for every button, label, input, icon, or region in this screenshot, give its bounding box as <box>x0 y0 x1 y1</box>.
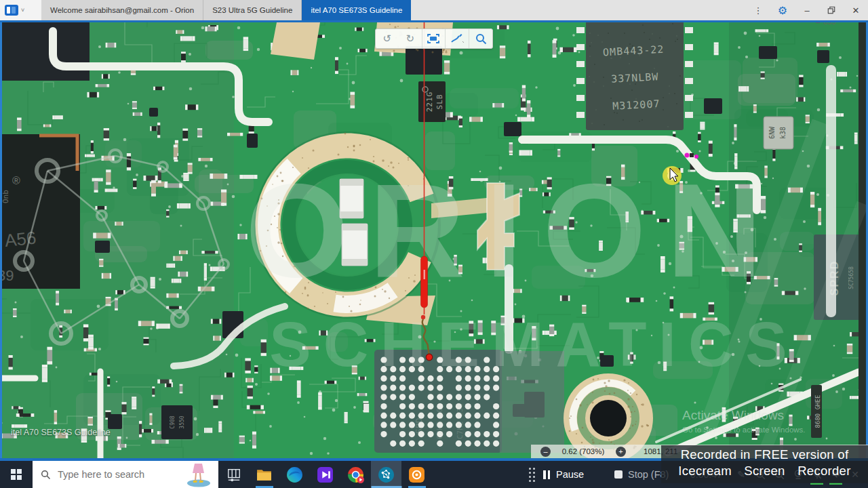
zoom-out-button[interactable]: – <box>540 447 551 457</box>
orion-icon <box>378 466 395 483</box>
start-button[interactable] <box>0 461 33 488</box>
tab-welcome[interactable]: Welcome sairabihsan@gmail.com - Orion <box>41 0 203 20</box>
chip-memory-line3: M312007 <box>612 98 660 113</box>
tab-itel-a70[interactable]: itel A70 SE673S Guideline <box>302 0 411 20</box>
pause-label: Pause <box>556 469 584 480</box>
stop-icon <box>614 470 623 479</box>
activate-line1: Activate Windows <box>682 408 806 423</box>
tab-label: Welcome sairabihsan@gmail.com - Orion <box>50 6 194 14</box>
chip-crystal-line1: 6NW <box>768 126 776 139</box>
settings-button[interactable]: ⚙ <box>770 0 795 20</box>
chrome-button[interactable] <box>340 461 371 488</box>
potplayer-button[interactable] <box>310 461 340 488</box>
bga-text-2: G2HG 10 <box>435 408 444 439</box>
watermark-orion: ORION <box>245 157 783 305</box>
watermark-schematics: SCHEMATICS <box>269 310 799 379</box>
zoom-level: 0.62 (703%) <box>551 447 616 455</box>
guideline-watermark: itel A70 SE673S Guideline <box>11 428 111 437</box>
chip-crystal-line2: k38 <box>779 127 787 139</box>
file-explorer-button[interactable] <box>249 461 279 488</box>
potplayer-icon <box>317 466 334 483</box>
rotate-left-icon: ↺ <box>383 33 392 45</box>
close-icon: ✕ <box>852 5 860 16</box>
edge-icon <box>286 466 303 483</box>
taskbar-search[interactable] <box>33 461 218 488</box>
search-icon <box>41 470 51 480</box>
bga-text-1: SPD <box>414 418 424 434</box>
chip-c908 <box>161 405 193 439</box>
chevron-down-icon: ˅ <box>21 7 24 14</box>
draw-pen-button[interactable] <box>445 29 469 48</box>
task-view-icon <box>226 467 241 482</box>
chip-left-reg: ® <box>12 175 20 186</box>
icecream-recorder-icon <box>408 466 425 483</box>
minimize-button[interactable]: – <box>795 0 819 20</box>
orion-taskbar-button[interactable] <box>371 461 401 488</box>
windows-logo-icon <box>11 469 22 480</box>
rotate-right-icon: ↻ <box>406 33 414 45</box>
chip-sprd-line2: SC7565B <box>848 266 854 289</box>
pause-icon <box>543 470 550 479</box>
chip-left-onb: Onb <box>1 190 10 203</box>
fit-screen-button[interactable] <box>422 29 446 48</box>
titlebar-space <box>411 0 746 20</box>
task-view-button[interactable] <box>218 461 249 488</box>
gear-icon: ⚙ <box>778 4 787 17</box>
rotate-left-button[interactable]: ↺ <box>376 29 399 48</box>
chip-slb-line2: 221G <box>425 92 434 113</box>
chrome-icon <box>347 466 364 483</box>
minimize-icon: – <box>804 5 809 16</box>
close-button[interactable]: ✕ <box>844 0 868 20</box>
tab-s23-ultra[interactable]: S23 Ultra 5G Guideline <box>203 0 302 20</box>
file-explorer-icon <box>256 466 273 483</box>
activate-line2: Go to Settings to activate Windows. <box>682 426 806 434</box>
drag-handle[interactable] <box>529 468 535 482</box>
kebab-menu-icon: ⋮ <box>754 5 763 16</box>
chip-c908-line2: 3550 <box>179 415 185 428</box>
icecream-recorder-button[interactable] <box>401 461 432 488</box>
menu-button[interactable]: ⋮ <box>746 0 770 20</box>
activate-windows-watermark: Activate Windows Go to Settings to activ… <box>682 408 806 434</box>
chip-top-left <box>0 22 90 81</box>
overlay-line2: Icecream Screen Recorder <box>661 464 868 479</box>
search-input[interactable] <box>56 468 161 481</box>
edge-button[interactable] <box>279 461 310 488</box>
restore-button[interactable] <box>819 0 844 20</box>
app-menu[interactable]: ˅ <box>0 0 41 20</box>
icecream-free-version-overlay: Recorded in FREE version of Icecream Scr… <box>661 445 868 483</box>
draw-pen-icon <box>450 33 464 44</box>
pause-button[interactable]: Pause <box>543 469 614 480</box>
title-bar: ˅ Welcome sairabihsan@gmail.com - Orion … <box>0 0 868 20</box>
chip-slb-line1: SLB <box>435 94 444 110</box>
chip-left <box>0 134 80 289</box>
tab-label: S23 Ultra 5G Guideline <box>212 6 292 14</box>
zoom-in-button[interactable]: + <box>616 447 626 457</box>
orion-app-icon <box>5 5 18 16</box>
tab-label: itel A70 SE673S Guideline <box>311 6 402 14</box>
chip-memory-line2: 337NLBW <box>611 70 659 85</box>
label-ghee: 8680 GHEE <box>814 395 821 428</box>
chip-c908-line1: C908 <box>170 415 176 428</box>
fit-screen-icon <box>427 34 439 43</box>
chip-left-39: 39 <box>0 267 14 284</box>
rotate-right-button[interactable]: ↻ <box>399 29 422 48</box>
canvas-toolbar: ↺ ↻ <box>375 28 493 49</box>
screen: ® Onb A56 39 <box>0 0 868 488</box>
search-zoom-icon <box>475 33 487 45</box>
restore-icon <box>827 6 835 14</box>
window-accent-line <box>0 20 868 22</box>
search-highlight-image[interactable] <box>180 462 216 488</box>
bga-text-3: C7HE 330 <box>456 403 465 439</box>
overlay-line1: Recorded in FREE version of <box>661 447 868 462</box>
search-zoom-button[interactable] <box>469 29 492 48</box>
